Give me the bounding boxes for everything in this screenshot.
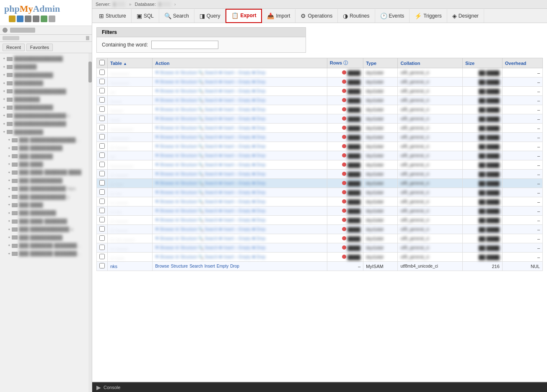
table-name-link[interactable]: ... ..........	[110, 199, 128, 204]
row-checkbox[interactable]	[99, 134, 105, 139]
list-item[interactable]: + ███ ████████	[0, 209, 92, 217]
tab-triggers[interactable]: ⚡ Triggers	[410, 9, 447, 23]
table-name-link[interactable]: ... ..........	[110, 144, 128, 149]
table-name-link[interactable]: ........	[110, 116, 120, 121]
table-name-link[interactable]: ... .....	[110, 209, 122, 214]
list-item[interactable]: + ███ ████	[0, 160, 92, 168]
action-link-structure[interactable]: Structure	[171, 264, 188, 268]
row-checkbox[interactable]	[99, 162, 105, 167]
row-checkbox[interactable]	[99, 171, 105, 176]
row-checkbox[interactable]	[99, 106, 105, 112]
table-name-link[interactable]: ... ..... .........	[110, 236, 135, 241]
action-link-insert[interactable]: Insert	[205, 264, 215, 268]
overhead-col-header[interactable]: Overhead	[502, 58, 542, 68]
row-checkbox[interactable]	[99, 79, 105, 84]
list-item[interactable]: + ████████████████	[0, 88, 92, 95]
tab-query[interactable]: ◨ Query	[194, 9, 226, 23]
action-link-empty[interactable]: Empty	[217, 264, 228, 268]
list-item[interactable]: + ███████████████	[0, 55, 92, 63]
collation-col-header[interactable]: Collation	[398, 58, 463, 68]
home-icon[interactable]	[9, 15, 16, 22]
table-name-link[interactable]: ... .....	[110, 190, 122, 195]
row-checkbox[interactable]	[99, 116, 105, 121]
row-checkbox[interactable]	[99, 143, 105, 149]
size-col-header[interactable]: Size	[463, 58, 503, 68]
row-checkbox[interactable]	[99, 263, 105, 268]
list-item[interactable]: + ███ ███████ █████████ y	[0, 250, 92, 258]
list-item[interactable]: + ████████████████ s	[0, 112, 92, 120]
action-link-browse[interactable]: Browse	[155, 264, 169, 268]
row-checkbox[interactable]	[99, 180, 105, 186]
list-item[interactable]: + ███ ████ ███████	[0, 217, 92, 225]
list-item[interactable]: + ███ ███████	[0, 152, 92, 160]
table-name-link[interactable]: .........	[110, 98, 122, 103]
scrollbar-thumb[interactable]	[88, 62, 92, 83]
sidebar-scrollbar[interactable]	[88, 53, 92, 392]
list-item[interactable]: + ███ ██████████	[0, 144, 92, 152]
row-checkbox[interactable]	[99, 208, 105, 213]
tab-import[interactable]: 📥 Import	[262, 9, 296, 23]
list-item[interactable]: + ███ ████ ███████ ████	[0, 168, 92, 176]
table-name-link[interactable]: ....	[110, 153, 115, 158]
list-item[interactable]: + █████████	[0, 128, 92, 136]
table-name-link[interactable]: nks	[110, 264, 117, 269]
row-checkbox[interactable]	[99, 125, 105, 130]
refresh-icon[interactable]	[41, 15, 47, 22]
list-item[interactable]: + ███ ██████████	[0, 177, 92, 185]
list-item[interactable]: + ███ ████████████████	[0, 136, 92, 144]
tab-operations[interactable]: ⚙ Operations	[296, 9, 338, 23]
list-item[interactable]: + ███ ███████████ hips	[0, 185, 92, 193]
row-checkbox[interactable]	[99, 70, 105, 75]
tab-export[interactable]: 📋 Export	[226, 9, 262, 23]
tab-designer[interactable]: ◈ Designer	[447, 9, 484, 23]
type-col-header[interactable]: Type	[363, 58, 398, 68]
list-item[interactable]: + ███ ████████████ a	[0, 225, 92, 233]
table-name-link[interactable]: ...............	[110, 70, 130, 75]
table-col-header[interactable]: Table	[108, 58, 153, 68]
row-checkbox[interactable]	[99, 199, 105, 204]
list-item[interactable]: + ████████████	[0, 71, 92, 79]
tab-structure[interactable]: ⊞ Structure	[94, 9, 132, 23]
list-item[interactable]: + ███ ███████████ y	[0, 193, 92, 201]
row-checkbox[interactable]	[99, 217, 105, 222]
table-name-link[interactable]: ..................	[110, 162, 133, 168]
sidebar-tab-favorites[interactable]: Favorites	[26, 44, 53, 51]
table-name-link[interactable]: ... ..........	[110, 172, 128, 177]
settings-icon[interactable]	[25, 15, 31, 22]
list-item[interactable]: + ███████	[0, 63, 92, 71]
list-item[interactable]: + █████████	[0, 79, 92, 87]
list-item[interactable]: + ███ ████	[0, 201, 92, 209]
user-icon[interactable]	[33, 15, 39, 22]
list-item[interactable]: + ████████████	[0, 103, 92, 111]
list-item[interactable]: + ████████	[0, 95, 92, 103]
filters-search-input[interactable]	[151, 41, 218, 49]
rows-col-header[interactable]: Rows ⓘ	[327, 58, 363, 68]
tab-sql[interactable]: ▣ SQL	[132, 9, 159, 23]
action-link-drop[interactable]: Drop	[230, 264, 239, 268]
table-name-link[interactable]: ..........	[110, 107, 123, 112]
list-item[interactable]: + ████████████████	[0, 120, 92, 128]
row-checkbox[interactable]	[99, 88, 105, 93]
console-bar[interactable]: ▶ Console	[92, 382, 547, 392]
table-name-link[interactable]: ..................	[110, 126, 133, 131]
row-checkbox[interactable]	[99, 245, 105, 250]
action-link-search[interactable]: Search	[189, 264, 203, 268]
select-all-header[interactable]	[97, 58, 108, 68]
list-item[interactable]: + ███ ██████████	[0, 234, 92, 242]
tab-routines[interactable]: ◑ Routines	[338, 9, 375, 23]
tab-search[interactable]: 🔍 Search	[159, 9, 194, 23]
table-name-link[interactable]: ...............	[110, 80, 130, 85]
table-name-link[interactable]: ... .......	[110, 255, 124, 260]
row-checkbox[interactable]	[99, 254, 105, 259]
table-name-link[interactable]: ... ..........	[110, 218, 128, 223]
collapse-icon[interactable]	[3, 28, 8, 33]
select-all-checkbox[interactable]	[99, 60, 105, 65]
row-checkbox[interactable]	[99, 152, 105, 158]
row-checkbox[interactable]	[99, 97, 105, 103]
table-name-link[interactable]: ...............	[110, 135, 130, 140]
table-name-link[interactable]: ....	[110, 89, 115, 94]
table-name-link[interactable]: ... ..........	[110, 227, 128, 232]
sidebar-tab-recent[interactable]: Recent	[3, 44, 25, 51]
row-checkbox[interactable]	[99, 226, 105, 232]
row-checkbox[interactable]	[99, 189, 105, 195]
